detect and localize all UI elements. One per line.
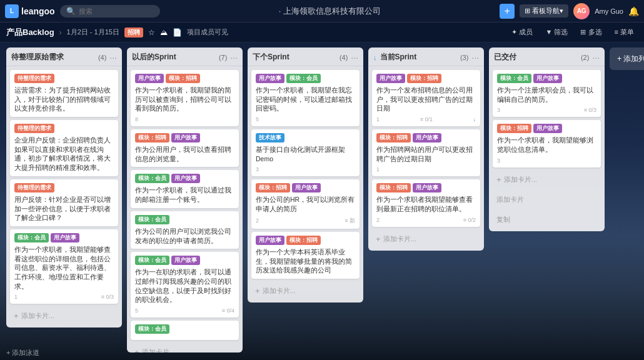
col-menu-col2[interactable]: ···	[230, 52, 238, 62]
add-pipeline-button[interactable]: + 添加泳道	[0, 346, 46, 360]
search-input[interactable]	[79, 8, 154, 15]
add-card-button-col3[interactable]: +添加卡片...	[251, 283, 360, 299]
card-meta: ≡ 0/4	[222, 308, 234, 314]
add-icon: +	[134, 348, 139, 352]
multi-select-button[interactable]: ⊞ 多选	[576, 26, 605, 38]
card-number: 1	[376, 116, 380, 122]
card[interactable]: 用户故事模块：招聘作为一个求职者，我期望我的简历可以被查询到，招聘公司可以看到我…	[131, 70, 239, 126]
card-tags: 模块：会员	[135, 324, 234, 334]
card[interactable]: 模块：会员作为公司的用户可以浏览我公司发布的职位的申请者简历。	[131, 211, 239, 249]
column-col2: 以后的Sprint(7)···用户故事模块：招聘作为一个求职者，我期望我的简历可…	[127, 48, 243, 352]
card[interactable]: 模块：招聘用户故事作为一个求职者，我期望能够浏览职位信息清单。3	[493, 120, 601, 167]
card[interactable]: 模块：会员用户故事作为一个注册求职会员，我可以编辑自己的简历。3≡ 0/3	[493, 70, 601, 117]
card-tag: 模块：会员	[497, 74, 531, 83]
card[interactable]: 技术故事基于接口自动化测试开源框架Demo3	[251, 129, 360, 176]
avatar[interactable]: AG	[573, 3, 590, 19]
search-bar[interactable]: 🔍	[60, 5, 160, 18]
card-number: 2	[256, 218, 259, 224]
col-menu-col5[interactable]: ···	[592, 52, 600, 62]
card-tag: 用户故事	[171, 174, 200, 183]
card-text: 作为一在职的求职者，我可以通过邮件订阅我感兴趣的公司的职位空缺信息，以便于及时找…	[135, 268, 234, 304]
add-card-button-col5[interactable]: +添加卡片...	[493, 172, 601, 188]
card[interactable]: 用户故事模块：会员作为一个求职者，我期望在我忘记密码的时候，可以通过邮箱找回密码…	[251, 70, 360, 126]
card[interactable]: 模块：招聘用户故事作为一个求职者我期望能够查看到最新正在招聘的职位清单。2≡ 0…	[372, 179, 480, 226]
card-tag: 模块：会员	[135, 174, 169, 183]
card-tags: 模块：招聘用户故事	[376, 133, 476, 142]
col-header-col4: ↓当前Sprint(3)···	[368, 48, 484, 66]
card-tag: 模块：会员	[286, 74, 321, 83]
col-title-col4: 当前Sprint	[380, 52, 457, 62]
col-menu-col1[interactable]: ···	[109, 52, 117, 62]
card[interactable]: 模块：招聘用户故事作为公司的HR，我可以浏览所有申请人的简历2≡ 新	[251, 179, 360, 228]
col-count-col5: (2)	[581, 54, 589, 61]
card-tag: 模块：招聘	[376, 133, 411, 142]
card-tag: 模块：招聘	[376, 183, 411, 192]
card-tag: 待整理的需求	[14, 74, 54, 83]
card-tags: 待整理的需求	[14, 183, 114, 192]
card[interactable]: 待整理的需求用户反馈：针对企业是否可以增加一些评价信息，以便于求职者了解企业口碑…	[10, 179, 118, 226]
card[interactable]: 模块：会员用户故事作为一在职的求职者，我可以通过邮件订阅我感兴趣的公司的职位空缺…	[131, 252, 239, 318]
card-tag: 模块：会员	[135, 324, 169, 334]
card-tag: 模块：会员	[135, 256, 169, 265]
col-title-col5: 已交付	[494, 52, 578, 62]
card-tags: 用户故事模块：招聘	[376, 74, 476, 83]
card[interactable]: 待整理的需求运营需求：为了提升招聘网站收入，对于比较热门的招聘领域可以支持竞价排…	[10, 70, 118, 117]
col-title-col2: 以后的Sprint	[132, 52, 216, 62]
board-title: 产品Backlog	[6, 27, 54, 38]
column-col5: 已交付(2)···模块：会员用户故事作为一个注册求职会员，我可以编辑自己的简历。…	[489, 48, 605, 231]
add-button[interactable]: +	[500, 4, 515, 19]
add-icon: +	[14, 311, 19, 321]
card-footer: 1≡ 0/3	[14, 294, 114, 300]
add-card-button-col2[interactable]: +添加卡片...	[131, 344, 239, 352]
card[interactable]: 模块：会员用户故事作为一个求职者，我期望能够查看这些职位的详细信息，包括公司信息…	[10, 229, 118, 304]
download-icon[interactable]: ↓	[373, 54, 377, 61]
menu-button[interactable]: ≡ 菜单	[611, 26, 638, 38]
card-tag: 模块：招聘	[286, 236, 321, 245]
card-footer: 8	[135, 116, 234, 122]
card-tag: 模块：会员	[135, 215, 169, 224]
bell-icon[interactable]: 🔔	[628, 6, 639, 16]
card-tag: 用户故事	[51, 233, 79, 242]
extra-button-添加卡片[interactable]: 添加卡片	[493, 192, 601, 208]
card-tag: 用户故事	[413, 183, 441, 192]
card-footer: 3	[497, 158, 596, 164]
members-button[interactable]: ✦ 成员	[508, 26, 536, 38]
grid-nav-button[interactable]: ⊞ 看板导航▾	[520, 4, 568, 18]
card-text: 作为公司的HR，我可以浏览所有申请人的简历	[256, 195, 355, 213]
card[interactable]: 模块：会员	[131, 321, 239, 340]
star-icon[interactable]: ☆	[148, 28, 155, 37]
card-tags: 模块：会员用户故事	[135, 256, 234, 265]
card[interactable]: 用户故事模块：招聘作为一个发布招聘信息的公司用户，我可以更改招聘广告的过期日期1…	[372, 70, 480, 126]
card[interactable]: 待整理的需求企业用户反馈：企业招聘负责人如果可以直接和求职者在线沟通，初步了解求…	[10, 120, 118, 176]
logo[interactable]: L leangoo	[5, 4, 55, 18]
card[interactable]: 模块：招聘用户故事作为招聘网站的用户可以更改招聘广告的过期日期1	[372, 129, 480, 176]
add-card-button-col4[interactable]: +添加卡片...	[372, 231, 480, 247]
card[interactable]: 模块：招聘用户故事作为公用用户，我可以查看招聘信息的浏览量。	[131, 129, 239, 167]
subnav-actions: ✦ 成员 ▼ 筛选 ⊞ 多选 ≡ 菜单	[508, 26, 638, 38]
card-text: 作为一个求职者，我期望我的简历可以被查询到，招聘公司可以看到我的简历。	[135, 86, 234, 113]
card-text: 作为招聘网站的用户可以更改招聘广告的过期日期	[376, 145, 476, 163]
extra-button-复制[interactable]: 复制	[493, 212, 601, 228]
add-card-button-col1[interactable]: +添加卡片...	[10, 308, 118, 324]
card-tag: 用户故事	[171, 133, 200, 142]
col-body-col5: 模块：会员用户故事作为一个注册求职会员，我可以编辑自己的简历。3≡ 0/3模块：…	[489, 66, 605, 231]
col-count-col4: (3)	[460, 54, 468, 61]
doc-icon: 📄	[173, 28, 182, 37]
topbar: L leangoo 🔍 · 上海领歌信息科技有限公司 + ⊞ 看板导航▾ AG …	[0, 0, 644, 22]
card[interactable]: 模块：会员用户故事作为一个求职者，我可以通过我的邮箱注册一个账号。	[131, 170, 239, 208]
card-tags: 模块：招聘用户故事	[376, 183, 476, 192]
filter-button[interactable]: ▼ 筛选	[542, 26, 572, 38]
card-tag: 待整理的需求	[14, 183, 54, 192]
add-column-button[interactable]: + 添加列表	[610, 48, 644, 70]
card[interactable]: 用户故事模块：招聘作为一个大学本科英语系毕业生，我期望能够批量的将我的简历发送给…	[251, 232, 360, 279]
col-menu-col3[interactable]: ···	[351, 52, 358, 62]
col-header-col5: 已交付(2)···	[489, 48, 605, 66]
topbar-right: + ⊞ 看板导航▾ AG Amy Guo 🔔	[500, 3, 639, 19]
card-number: 3	[256, 166, 259, 172]
col-menu-col4[interactable]: ···	[471, 52, 479, 62]
card-tags: 模块：招聘用户故事	[497, 124, 596, 133]
card-download-icon: ↓	[473, 116, 476, 122]
col-body-col3: 用户故事模块：会员作为一个求职者，我期望在我忘记密码的时候，可以通过邮箱找回密码…	[248, 66, 363, 302]
card-footer: 1	[376, 166, 476, 172]
card-tags: 技术故事	[256, 133, 355, 142]
